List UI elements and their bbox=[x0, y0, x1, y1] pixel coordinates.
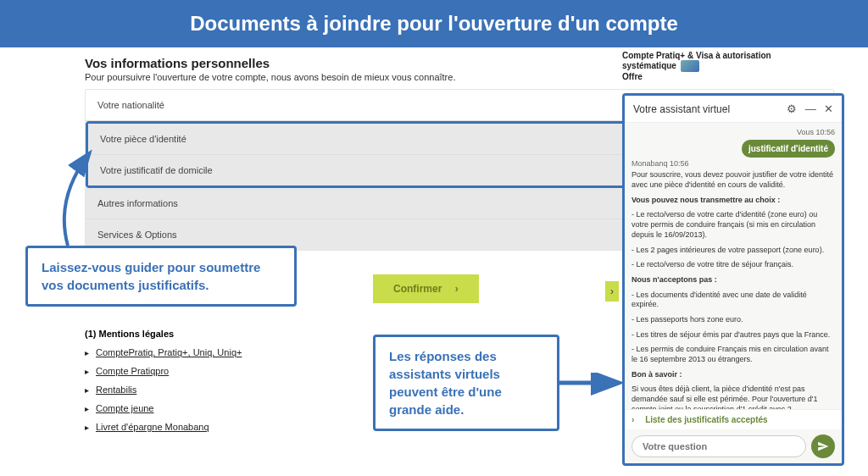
chat-input-row bbox=[625, 429, 842, 463]
accordion-label: Votre justificatif de domicile bbox=[100, 165, 213, 175]
send-button[interactable] bbox=[811, 434, 835, 458]
accordion-label: Votre nationalité bbox=[97, 100, 164, 110]
confirm-button[interactable]: Confirmer › bbox=[373, 274, 479, 303]
bot-text: Pour souscrire, vous devez pouvoir justi… bbox=[632, 170, 835, 190]
user-message: justificatif d'identité bbox=[742, 140, 835, 158]
bot-text: Si vous êtes déjà client, la pièce d'ide… bbox=[632, 385, 835, 409]
legal-link[interactable]: Livret d'épargne Monabanq bbox=[96, 422, 209, 432]
bot-message: Pour souscrire, vous devez pouvoir justi… bbox=[632, 170, 835, 409]
header-title: Documents à joindre pour l'ouverture d'u… bbox=[190, 12, 677, 35]
accordion-label: Votre pièce d'identité bbox=[100, 134, 186, 144]
bot-text: - Le recto/verso de votre titre de séjou… bbox=[632, 260, 835, 270]
chat-input[interactable] bbox=[632, 435, 806, 457]
product-line2: systématique bbox=[622, 60, 834, 72]
accordion-label: Autres informations bbox=[97, 198, 178, 208]
chevron-right-icon: › bbox=[455, 283, 459, 295]
bot-text: - Les titres de séjour émis par d'autres… bbox=[632, 330, 835, 340]
chat-window: Votre assistant virtuel ⚙ — ✕ Vous 10:56… bbox=[622, 93, 844, 466]
chat-header: Votre assistant virtuel ⚙ — ✕ bbox=[625, 96, 842, 123]
send-icon bbox=[817, 440, 829, 452]
bot-text: - Les permis de conduire Français mis en… bbox=[632, 345, 835, 364]
chevron-right-icon: › bbox=[632, 415, 634, 424]
legal-link[interactable]: ComptePratiq, Pratiq+, Uniq, Uniq+ bbox=[96, 347, 242, 357]
bot-text: - Les documents d'identité avec une date… bbox=[632, 291, 835, 310]
arrow-icon bbox=[51, 148, 102, 250]
chat-link-row[interactable]: › Liste des justificatifs acceptés bbox=[625, 409, 842, 429]
user-meta: Vous 10:56 bbox=[632, 128, 835, 138]
product-summary: Compte Pratiq+ & Visa à autorisation sys… bbox=[622, 51, 834, 81]
confirm-label: Confirmer bbox=[393, 283, 442, 295]
legal-link[interactable]: Compte jeune bbox=[96, 403, 154, 413]
callout-assistant: Les réponses des assistants virtuels peu… bbox=[373, 335, 559, 431]
callout-documents: Laissez-vous guider pour soumettre vos d… bbox=[25, 246, 297, 307]
close-icon[interactable]: ✕ bbox=[824, 102, 833, 115]
bot-text: - Les 2 pages intérieures de votre passe… bbox=[632, 246, 835, 256]
chat-link-label: Liste des justificatifs acceptés bbox=[645, 415, 768, 424]
page-header: Documents à joindre pour l'ouverture d'u… bbox=[0, 0, 868, 47]
pager-button[interactable]: › bbox=[605, 281, 619, 302]
bot-text: - Le recto/verso de votre carte d'identi… bbox=[632, 210, 835, 240]
bot-heading: Vous pouvez nous transmettre au choix : bbox=[632, 196, 780, 204]
chat-body: Vous 10:56 justificatif d'identité Monab… bbox=[625, 123, 842, 409]
arrow-icon bbox=[555, 373, 623, 398]
bot-heading: Bon à savoir : bbox=[632, 370, 682, 379]
card-icon bbox=[681, 60, 699, 72]
gear-icon[interactable]: ⚙ bbox=[787, 102, 797, 115]
legal-link[interactable]: Rentabilis bbox=[96, 385, 136, 395]
product-line3: Offre bbox=[622, 72, 834, 81]
chat-title: Votre assistant virtuel bbox=[633, 103, 730, 115]
bot-text: - Les passeports hors zone euro. bbox=[632, 315, 835, 325]
bot-heading: Nous n'acceptons pas : bbox=[632, 275, 717, 284]
minimize-icon[interactable]: — bbox=[805, 102, 816, 115]
legal-link[interactable]: Compte Pratiqpro bbox=[96, 366, 169, 376]
product-line1: Compte Pratiq+ & Visa à autorisation bbox=[622, 51, 834, 60]
bot-meta: Monabanq 10:56 bbox=[632, 159, 835, 169]
accordion-label: Services & Options bbox=[97, 230, 177, 240]
